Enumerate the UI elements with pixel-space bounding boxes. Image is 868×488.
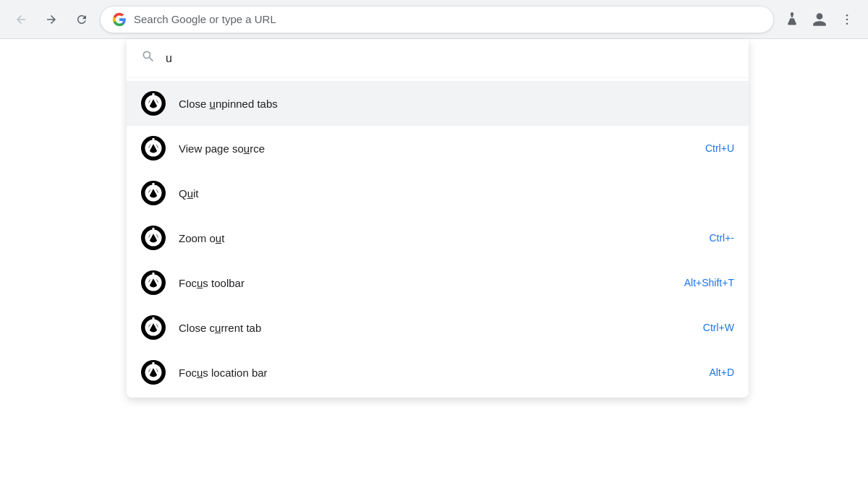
forward-button[interactable]: [39, 7, 64, 32]
menu-item-label-focus-toolbar: Focus toolbar: [179, 277, 671, 289]
search-icon: [141, 49, 156, 67]
menu-button[interactable]: [835, 7, 859, 32]
omnibox-search-row: u: [127, 39, 749, 78]
chrome-icon: [141, 91, 166, 116]
profile-button[interactable]: [807, 7, 832, 32]
menu-item-shortcut-view-source: Ctrl+U: [705, 142, 734, 154]
svg-point-0: [846, 14, 848, 16]
menu-item-focus-location-bar[interactable]: Focus location bar Alt+D: [127, 350, 749, 395]
omnibox-dropdown: u Close unpinned tabs: [127, 39, 749, 398]
browser-toolbar: Search Google or type a URL: [0, 0, 868, 39]
menu-items-list: Close unpinned tabs View page source Ctr…: [127, 78, 749, 398]
svg-point-1: [846, 18, 848, 20]
menu-item-shortcut-focus-location-bar: Alt+D: [709, 367, 734, 378]
labs-button[interactable]: [780, 7, 804, 32]
chrome-icon-2: [141, 136, 166, 160]
menu-item-close-current-tab[interactable]: Close current tab Ctrl+W: [127, 305, 749, 350]
svg-point-2: [846, 22, 848, 25]
address-bar[interactable]: Search Google or type a URL: [100, 6, 774, 33]
menu-item-shortcut-close-current-tab: Ctrl+W: [703, 322, 734, 333]
menu-item-label-focus-location-bar: Focus location bar: [179, 367, 696, 379]
back-button[interactable]: [9, 7, 33, 32]
menu-item-focus-toolbar[interactable]: Focus toolbar Alt+Shift+T: [127, 260, 749, 305]
menu-item-label-quit: Quit: [179, 187, 721, 200]
chrome-icon-3: [141, 181, 166, 205]
menu-item-label-zoom-out: Zoom out: [179, 232, 696, 244]
chrome-icon-6: [141, 315, 166, 340]
chrome-icon-7: [141, 360, 166, 385]
menu-item-label-close-current-tab: Close current tab: [179, 322, 690, 334]
menu-item-zoom-out[interactable]: Zoom out Ctrl+-: [127, 215, 749, 260]
menu-item-view-source[interactable]: View page source Ctrl+U: [127, 126, 749, 171]
refresh-button[interactable]: [69, 7, 94, 32]
menu-item-label-close-unpinned: Close unpinned tabs: [179, 98, 721, 110]
menu-item-shortcut-focus-toolbar: Alt+Shift+T: [684, 277, 734, 288]
google-logo: [112, 12, 127, 27]
menu-item-shortcut-zoom-out: Ctrl+-: [709, 232, 734, 244]
address-bar-text: Search Google or type a URL: [134, 13, 762, 25]
toolbar-right-buttons: [780, 7, 859, 32]
omnibox-query-text: u: [166, 52, 172, 65]
menu-item-close-unpinned[interactable]: Close unpinned tabs: [127, 81, 749, 126]
menu-item-quit[interactable]: Quit: [127, 171, 749, 215]
chrome-icon-5: [141, 270, 166, 295]
menu-item-label-view-source: View page source: [179, 142, 692, 155]
chrome-icon-4: [141, 226, 166, 250]
